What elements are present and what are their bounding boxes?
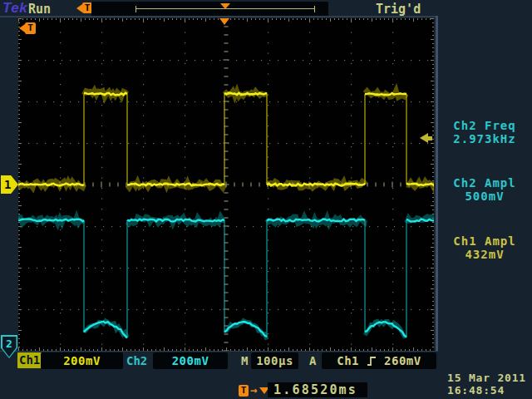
timebase-label: M (241, 352, 248, 369)
trigger-readout: Ch1 260mV (322, 352, 436, 369)
left-arrow-icon (76, 4, 82, 12)
ch1-scale-readout: 200mV (41, 352, 123, 369)
delay-trigger-flag: T (239, 385, 249, 397)
time-text: 16:48:54 (447, 384, 526, 397)
oscilloscope-screen: Tek Run T Trig'd T 1 2 Ch2 Freq (0, 0, 532, 399)
measurement-ch1-ampl: Ch1 Ampl 432mV (438, 234, 531, 261)
record-end-bracket (314, 6, 315, 12)
left-arrow-icon (19, 24, 25, 32)
waveform-display (18, 18, 434, 351)
record-start-bracket (135, 6, 136, 12)
header-trigger-flag: T (76, 2, 92, 13)
trigger-vertical-flag: T (19, 22, 36, 34)
trigger-level-arrow-icon (420, 133, 432, 143)
trigger-t-icon: T (239, 385, 249, 397)
trigger-type-label: A (309, 352, 316, 369)
timebase-readout: 100µs (251, 352, 298, 369)
acquisition-status: Run (28, 2, 51, 17)
measurement-value: 500mV (438, 190, 531, 203)
ch2-ground-marker: 2 (1, 335, 17, 358)
trigger-t-icon: T (25, 22, 36, 34)
measurement-value: 432mV (438, 248, 531, 261)
measurement-label: Ch1 Ampl (438, 234, 531, 248)
trigger-position-icon (220, 3, 230, 9)
ch2-scale-readout: 200mV (153, 352, 228, 369)
date-text: 15 Mar 2011 (447, 372, 526, 384)
trigger-delay-readout: 1.68520ms (268, 382, 367, 397)
trigger-status: Trig'd (376, 2, 421, 17)
measurement-ch2-freq: Ch2 Freq 2.973kHz (438, 119, 531, 145)
waveform-plot (18, 18, 434, 351)
measurement-value: 2.973kHz (438, 132, 531, 145)
ch1-ground-marker: 1 (1, 175, 18, 194)
trigger-position-marker-icon (219, 18, 229, 25)
trigger-level: 260mV (384, 352, 421, 369)
trigger-source: Ch1 (337, 352, 359, 369)
measurement-label: Ch2 Ampl (438, 176, 531, 190)
measurement-label: Ch2 Freq (438, 119, 531, 132)
measurement-ch2-ampl: Ch2 Ampl 500mV (438, 176, 531, 203)
right-arrow-icon: → (250, 382, 257, 397)
acquisition-record-bar (91, 2, 328, 17)
ch2-ground-marker-label: 2 (2, 337, 17, 357)
ch2-channel-label: Ch2 (126, 352, 147, 369)
tek-logo: Tek (2, 0, 27, 17)
ch1-channel-badge: Ch1 (17, 352, 42, 368)
crt-border-top (0, 16, 438, 17)
datetime-display: 15 Mar 2011 16:48:54 (447, 372, 526, 397)
crt-border-bottom (0, 351, 438, 352)
rising-edge-icon (367, 356, 377, 367)
